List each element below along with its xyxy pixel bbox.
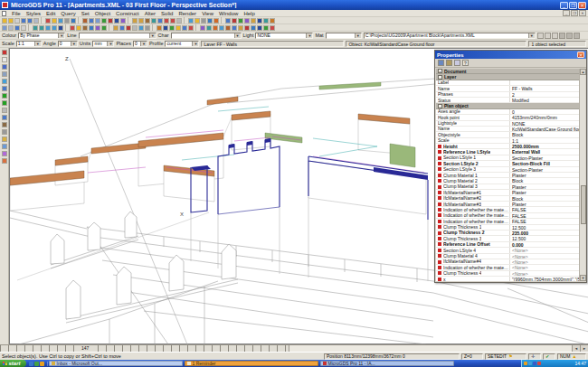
menu-object[interactable]: Object bbox=[92, 11, 113, 16]
property-value[interactable]: Plaster bbox=[510, 202, 579, 206]
tray-icon[interactable] bbox=[537, 362, 541, 365]
places-combo[interactable]: 0▼ bbox=[133, 41, 147, 47]
toolbar-icon[interactable] bbox=[89, 25, 94, 31]
property-value[interactable]: 12.500 bbox=[510, 225, 579, 230]
tool-icon[interactable] bbox=[2, 86, 7, 91]
properties-tool-icon[interactable] bbox=[446, 60, 452, 66]
scroll-left-icon[interactable]: ◄ bbox=[572, 345, 580, 352]
units-combo[interactable]: mm▼ bbox=[92, 41, 114, 47]
toolbar-icon[interactable] bbox=[238, 18, 243, 24]
toolbar-icon[interactable] bbox=[270, 25, 275, 31]
tool-icon[interactable] bbox=[2, 115, 7, 120]
property-value[interactable]: FALSE bbox=[510, 219, 579, 223]
tool-icon[interactable] bbox=[2, 158, 7, 164]
toolbar-icon[interactable] bbox=[244, 18, 250, 24]
toolbar-icon[interactable] bbox=[113, 25, 119, 31]
chevron-down-icon[interactable]: ▼ bbox=[140, 42, 147, 46]
tool-icon[interactable] bbox=[2, 144, 7, 149]
window-layout-button[interactable] bbox=[545, 33, 551, 39]
property-value[interactable]: <None> bbox=[510, 254, 579, 259]
property-value[interactable]: <None> bbox=[510, 248, 579, 252]
menu-query[interactable]: Query bbox=[58, 11, 78, 16]
menu-construct[interactable]: Construct bbox=[113, 11, 142, 16]
property-value[interactable]: FALSE bbox=[510, 207, 579, 212]
tool-icon[interactable] bbox=[2, 57, 7, 62]
quick-launch-icon[interactable] bbox=[34, 362, 39, 366]
toolbar-icon[interactable] bbox=[14, 25, 20, 31]
chevron-down-icon[interactable]: ▼ bbox=[528, 33, 535, 38]
toolbar-icon[interactable] bbox=[151, 18, 156, 24]
toolbar-icon[interactable] bbox=[163, 25, 168, 31]
toolbar-icon[interactable] bbox=[89, 18, 94, 24]
toolbar-icon[interactable] bbox=[157, 18, 163, 24]
tool-icon[interactable] bbox=[2, 151, 7, 156]
toolbar-icon[interactable] bbox=[95, 18, 100, 24]
menu-alter[interactable]: Alter bbox=[142, 11, 158, 16]
toolbar-icon[interactable] bbox=[2, 18, 7, 24]
toolbar-icon[interactable] bbox=[33, 18, 39, 24]
chevron-down-icon[interactable]: ▼ bbox=[234, 33, 241, 38]
toolbar-icon[interactable] bbox=[232, 25, 237, 31]
property-value[interactable]: FF - Walls bbox=[510, 86, 579, 90]
window-tab-strip[interactable]: 147 bbox=[0, 345, 289, 352]
scroll-right-icon[interactable]: ► bbox=[580, 345, 588, 352]
toolbar-icon[interactable] bbox=[45, 18, 51, 24]
toolbar-icon[interactable] bbox=[219, 25, 224, 31]
toolbar-icon[interactable] bbox=[132, 18, 138, 24]
toolbar-icon[interactable] bbox=[114, 18, 119, 24]
horizontal-scrollbar[interactable]: 147 ◄ ► bbox=[0, 344, 588, 352]
tray-icon[interactable] bbox=[524, 362, 527, 365]
property-value[interactable]: KclWallStandardCase Ground floor bbox=[510, 127, 579, 131]
toolbar-icon[interactable] bbox=[225, 25, 231, 31]
restore-button[interactable]: ❐ bbox=[569, 2, 577, 9]
toolbar-icon[interactable] bbox=[232, 18, 237, 24]
toolbar-icon[interactable] bbox=[27, 18, 33, 24]
start-button[interactable]: start bbox=[0, 360, 26, 367]
property-value[interactable]: 1:1 bbox=[510, 138, 579, 143]
toolbar-icon[interactable] bbox=[188, 18, 194, 24]
toolbar-icon[interactable] bbox=[251, 25, 256, 31]
property-value[interactable]: <None> bbox=[510, 265, 579, 269]
angle-combo[interactable]: 0▼ bbox=[58, 41, 78, 47]
chevron-down-icon[interactable]: ▼ bbox=[34, 42, 41, 46]
toolbar-icon[interactable] bbox=[201, 18, 206, 24]
properties-tool-icon[interactable] bbox=[454, 60, 460, 66]
toolbar-icon[interactable] bbox=[270, 18, 275, 24]
property-value[interactable]: 2 bbox=[510, 92, 579, 97]
toolbar-icon[interactable] bbox=[71, 18, 76, 24]
crosshair-toggle[interactable]: ✛ bbox=[528, 353, 541, 360]
property-value[interactable]: Block bbox=[510, 178, 579, 183]
property-value[interactable]: Modified bbox=[510, 98, 579, 102]
toolbar-icon[interactable] bbox=[207, 18, 213, 24]
scrollbar-track[interactable] bbox=[289, 345, 572, 352]
profile-combo[interactable]: current▼ bbox=[165, 41, 199, 47]
tool-icon[interactable] bbox=[2, 129, 7, 135]
properties-scrollbar[interactable]: ▲ ▼ bbox=[579, 69, 585, 281]
property-value[interactable]: Section-Plaster bbox=[510, 167, 579, 172]
toolbar-icon[interactable] bbox=[45, 25, 51, 31]
tool-icon[interactable] bbox=[2, 79, 7, 84]
tool-icon[interactable] bbox=[2, 136, 7, 142]
tool-icon[interactable] bbox=[2, 108, 7, 113]
toolbar-icon[interactable] bbox=[257, 18, 262, 24]
tool-icon[interactable] bbox=[2, 122, 7, 127]
toolbar-icon[interactable] bbox=[119, 25, 125, 31]
toolbar-icon[interactable] bbox=[21, 18, 26, 24]
toolbar-icon[interactable] bbox=[8, 18, 14, 24]
scale-combo[interactable]: 1:1▼ bbox=[16, 41, 42, 47]
toolbar-icon[interactable] bbox=[213, 25, 218, 31]
quick-launch-icon[interactable] bbox=[40, 362, 44, 366]
toolbar-icon[interactable] bbox=[194, 18, 200, 24]
properties-tool-icon[interactable] bbox=[438, 60, 444, 66]
toolbar-icon[interactable] bbox=[164, 18, 169, 24]
toolbar-icon[interactable] bbox=[257, 25, 262, 31]
menu-set[interactable]: Set bbox=[79, 11, 92, 16]
minimize-button[interactable]: _ bbox=[560, 2, 568, 9]
close-button[interactable]: ✕ bbox=[578, 2, 586, 9]
chevron-down-icon[interactable]: ▼ bbox=[107, 42, 113, 46]
tray-icon[interactable] bbox=[528, 362, 532, 365]
tray-icon[interactable] bbox=[533, 362, 536, 365]
property-value[interactable]: Block bbox=[510, 196, 579, 201]
toolbar-icon[interactable] bbox=[76, 25, 81, 31]
menu-window[interactable]: Window bbox=[216, 11, 241, 16]
